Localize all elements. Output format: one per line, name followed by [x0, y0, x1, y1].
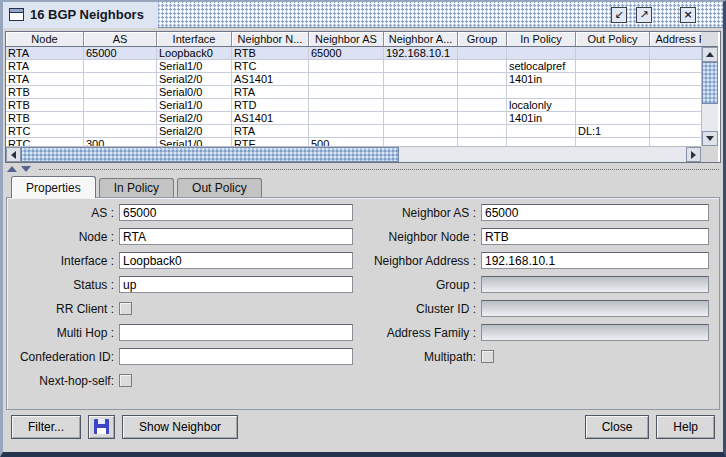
as-field[interactable]	[119, 204, 353, 221]
scroll-right-button[interactable]	[686, 147, 701, 162]
rr-client-checkbox[interactable]	[119, 302, 132, 315]
neighbor-table: NodeASInterfaceNeighbor N...Neighbor ASN…	[5, 31, 721, 163]
minimize-button[interactable]: ↙	[611, 7, 627, 23]
neighbor-node-field[interactable]	[481, 228, 709, 245]
table-cell	[384, 60, 458, 73]
table-cell	[650, 47, 701, 60]
cluster-id-field-label: Cluster ID :	[363, 302, 481, 316]
horizontal-scroll-track[interactable]	[399, 147, 686, 162]
table-cell: DL:1	[576, 125, 650, 138]
tab-in-policy[interactable]: In Policy	[99, 178, 174, 197]
floppy-disk-icon	[94, 419, 109, 434]
multipath-checkbox[interactable]	[481, 350, 494, 363]
table-cell	[458, 60, 507, 73]
collapse-down-button[interactable]	[21, 166, 31, 172]
horizontal-scroll-thumb[interactable]	[21, 147, 399, 162]
confederation-id-field[interactable]	[119, 348, 353, 365]
table-cell	[650, 112, 701, 125]
multipath-checkbox-label: Multipath:	[363, 350, 481, 364]
table-row[interactable]: RTA65000Loopback0RTB65000192.168.10.1	[6, 47, 701, 60]
tab-properties[interactable]: Properties	[11, 176, 96, 198]
close-window-button[interactable]: ×	[680, 7, 696, 23]
table-cell: Serial1/0	[157, 138, 232, 146]
table-row[interactable]: RTCSerial2/0RTADL:1	[6, 125, 701, 138]
table-row[interactable]: RTBSerial1/0RTDlocalonly	[6, 99, 701, 112]
column-header-neighbor-a[interactable]: Neighbor A...	[384, 32, 458, 47]
table-cell	[458, 86, 507, 99]
table-cell: 65000	[309, 47, 384, 60]
table-cell: RTC	[232, 60, 309, 73]
maximize-button[interactable]: ↗	[636, 7, 652, 23]
node-field[interactable]	[119, 228, 353, 245]
column-header-out-policy[interactable]: Out Policy	[576, 32, 650, 47]
scroll-down-button[interactable]	[702, 131, 718, 146]
table-row[interactable]: RTBSerial0/0RTA	[6, 86, 701, 99]
form-row: Address Family :	[363, 324, 719, 341]
table-cell	[458, 47, 507, 60]
table-header-corner	[701, 32, 718, 47]
help-button[interactable]: Help	[656, 415, 715, 439]
next-hop-self-checkbox-label: Next-hop-self:	[7, 374, 119, 388]
table-cell	[576, 73, 650, 86]
table-cell: RTB	[232, 47, 309, 60]
table-cell	[650, 86, 701, 99]
form-row: Node :	[7, 228, 363, 245]
up-arrow-icon	[706, 52, 714, 57]
form-row: Next-hop-self:	[7, 372, 363, 389]
tab-out-policy[interactable]: Out Policy	[177, 178, 262, 197]
multi-hop-field[interactable]	[119, 324, 353, 341]
table-header-row: NodeASInterfaceNeighbor N...Neighbor ASN…	[6, 32, 701, 47]
table-row[interactable]: RTC300Serial1/0RTE500	[6, 138, 701, 146]
table-cell: RTC	[6, 125, 84, 138]
vertical-scrollbar[interactable]	[701, 47, 718, 146]
vertical-scroll-thumb[interactable]	[702, 62, 718, 104]
table-cell	[458, 99, 507, 112]
table-cell: 500	[309, 138, 384, 146]
table-row[interactable]: RTASerial1/0RTCsetlocalpref	[6, 60, 701, 73]
table-cell	[84, 99, 157, 112]
footer-bar: Filter... Show Neighbor Close Help	[3, 410, 723, 443]
split-divider[interactable]	[3, 163, 723, 175]
column-header-interface[interactable]: Interface	[157, 32, 232, 47]
table-cell	[507, 86, 576, 99]
column-header-node[interactable]: Node	[6, 32, 84, 47]
table-row[interactable]: RTBSerial2/0AS14011401in	[6, 112, 701, 125]
column-header-address-f[interactable]: Address F	[650, 32, 701, 47]
table-row[interactable]: RTASerial2/0AS14011401in	[6, 73, 701, 86]
address-family-field-label: Address Family :	[363, 326, 481, 340]
close-button[interactable]: Close	[585, 415, 650, 439]
table-cell	[650, 99, 701, 112]
table-cell	[84, 125, 157, 138]
table-cell: Serial0/0	[157, 86, 232, 99]
interface-field[interactable]	[119, 252, 353, 269]
collapse-up-button[interactable]	[7, 166, 17, 172]
table-cell: RTA	[6, 73, 84, 86]
left-arrow-icon	[11, 151, 16, 159]
divider-dots	[39, 169, 719, 170]
table-cell	[309, 99, 384, 112]
next-hop-self-checkbox[interactable]	[119, 374, 132, 387]
table-cell: Serial1/0	[157, 60, 232, 73]
properties-panel: AS :Node :Interface :Status :RR Client :…	[6, 197, 720, 410]
table-cell	[507, 125, 576, 138]
column-header-neighbor-as[interactable]: Neighbor AS	[309, 32, 384, 47]
titlebar[interactable]: 16 BGP Neighbors ↙ ↗ ×	[3, 2, 723, 28]
table-cell: Loopback0	[157, 47, 232, 60]
as-field-label: AS :	[7, 206, 119, 220]
bgp-neighbors-window: 16 BGP Neighbors ↙ ↗ × NodeASInterfaceNe…	[0, 0, 726, 457]
column-header-group[interactable]: Group	[458, 32, 507, 47]
show-neighbor-button[interactable]: Show Neighbor	[122, 415, 238, 439]
table-cell	[84, 112, 157, 125]
filter-button[interactable]: Filter...	[11, 415, 81, 439]
column-header-neighbor-n[interactable]: Neighbor N...	[232, 32, 309, 47]
status-field[interactable]	[119, 276, 353, 293]
column-header-in-policy[interactable]: In Policy	[507, 32, 576, 47]
neighbor-as-field[interactable]	[481, 204, 709, 221]
vertical-scroll-track[interactable]	[702, 104, 718, 131]
scroll-left-button[interactable]	[6, 147, 21, 162]
horizontal-scrollbar[interactable]	[6, 146, 701, 162]
save-button[interactable]	[88, 415, 115, 439]
scroll-up-button[interactable]	[702, 47, 718, 62]
neighbor-address-field[interactable]	[481, 252, 709, 269]
column-header-as[interactable]: AS	[84, 32, 157, 47]
